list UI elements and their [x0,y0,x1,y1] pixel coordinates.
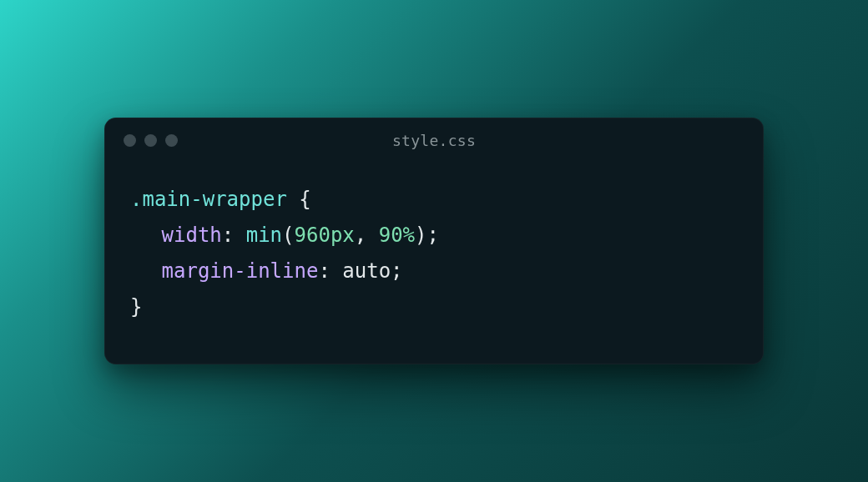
semicolon: ; [391,259,402,283]
semicolon: ; [427,223,439,247]
editor-window: style.css .main-wrapper { width: min(960… [104,118,764,365]
code-line: width: min(960px, 90%); [130,218,738,254]
colon: : [222,223,246,247]
window-title: style.css [392,132,476,149]
minimize-icon[interactable] [144,134,157,147]
paren-close: ) [415,223,426,247]
css-number: 90% [379,223,415,247]
comma: , [355,223,379,247]
maximize-icon[interactable] [165,134,178,147]
css-value: auto [342,259,391,283]
paren-open: ( [282,223,294,247]
whitespace [287,188,299,211]
code-line: .main-wrapper { [130,182,738,218]
traffic-lights [124,134,178,147]
css-number: 960px [295,223,355,247]
brace-close: } [130,295,142,319]
code-editor[interactable]: .main-wrapper { width: min(960px, 90%); … [105,163,763,364]
window-titlebar: style.css [105,118,763,163]
colon: : [318,259,342,283]
code-line: } [130,289,738,325]
css-function: min [246,223,282,247]
code-line: margin-inline: auto; [130,254,738,289]
css-selector: .main-wrapper [130,188,287,211]
brace-open: { [299,188,310,211]
css-property: margin-inline [162,259,319,283]
close-icon[interactable] [124,134,136,147]
css-property: width [162,223,222,247]
